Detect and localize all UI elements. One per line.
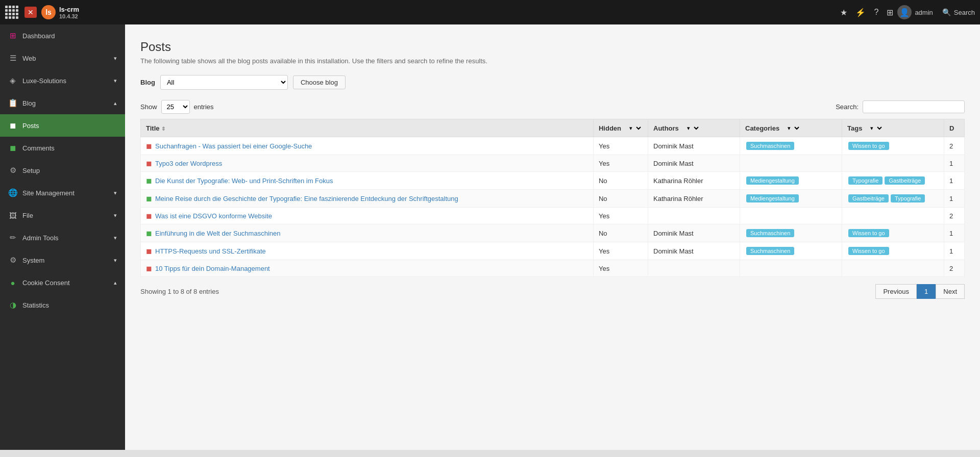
cell-title: ◼Suchanfragen - Was passiert bei einer G… xyxy=(141,137,594,155)
sidebar-item-label-luxe: Luxe-Solutions xyxy=(22,77,66,85)
cell-title: ◼Was ist eine DSGVO konforme Website xyxy=(141,208,594,224)
cookie-icon: ● xyxy=(8,278,17,287)
sidebar-item-setup[interactable]: ⚙ Setup xyxy=(0,159,125,182)
search-label: Search: xyxy=(836,103,859,111)
pagination: Showing 1 to 8 of 8 entries Previous 1 N… xyxy=(140,284,965,299)
sidebar-item-site-management[interactable]: 🌐 Site Management ▾ xyxy=(0,182,125,204)
col-title[interactable]: Title xyxy=(141,119,594,137)
blog-icon: 📋 xyxy=(8,98,17,108)
sidebar-item-file[interactable]: 🖼 File ▾ xyxy=(0,204,125,226)
post-link[interactable]: ◼Was ist eine DSGVO konforme Website xyxy=(146,212,588,220)
table-header: Title Hidden ▾ Authors ▾ xyxy=(141,119,965,137)
grid-icon[interactable] xyxy=(5,6,18,19)
cell-d: 1 xyxy=(944,242,965,260)
sidebar-item-posts[interactable]: ◼ Posts xyxy=(0,114,125,137)
setup-icon: ⚙ xyxy=(8,166,17,175)
sidebar-item-label-file: File xyxy=(22,212,33,219)
category-badge: Suchmaschinen xyxy=(746,229,794,237)
tag-badge: Wissen to go xyxy=(848,229,889,237)
next-button[interactable]: Next xyxy=(936,284,965,299)
tag-badge: Typografie xyxy=(848,176,883,185)
horizontal-scrollbar[interactable] xyxy=(0,450,980,457)
cell-categories: Suchmaschinen xyxy=(740,224,842,242)
post-link[interactable]: ◼Die Kunst der Typografie: Web- und Prin… xyxy=(146,176,588,185)
blog-select[interactable]: All xyxy=(160,75,288,90)
post-link[interactable]: ◼Meine Reise durch die Geschichte der Ty… xyxy=(146,194,588,202)
sidebar-item-label-comments: Comments xyxy=(22,144,55,152)
hidden-filter-dropdown[interactable]: ▾ xyxy=(625,123,643,133)
close-icon[interactable]: ✕ xyxy=(24,7,37,18)
table-row: ◼10 Tipps für dein Domain-ManagementYes2 xyxy=(141,260,965,277)
sidebar-item-admin-tools[interactable]: ✏ Admin Tools ▾ xyxy=(0,226,125,249)
cell-title: ◼Einführung in die Welt der Suchmaschine… xyxy=(141,224,594,242)
chevron-blog: ▴ xyxy=(114,100,117,107)
category-badge: Mediengestaltung xyxy=(746,176,799,185)
cell-title: ◼10 Tipps für dein Domain-Management xyxy=(141,260,594,277)
post-link[interactable]: ◼10 Tipps für dein Domain-Management xyxy=(146,264,588,272)
show-label: Show xyxy=(140,103,157,111)
user-menu[interactable]: 👤 admin xyxy=(897,5,933,19)
question-icon[interactable]: ? xyxy=(874,8,878,17)
topnav: ✕ ls ls-crm 10.4.32 ★ ⚡ ? ⊞ 👤 admin 🔍 Se… xyxy=(0,0,980,24)
tag-badge: Wissen to go xyxy=(848,247,889,255)
topnav-search[interactable]: 🔍 Search xyxy=(942,8,975,16)
table-row: ◼Meine Reise durch die Geschichte der Ty… xyxy=(141,190,965,208)
cell-tags: Wissen to go xyxy=(842,137,944,155)
cell-categories: Mediengestaltung xyxy=(740,190,842,208)
post-link[interactable]: ◼Suchanfragen - Was passiert bei einer G… xyxy=(146,142,588,150)
cell-author: Katharina Röhler xyxy=(648,190,740,208)
star-icon[interactable]: ★ xyxy=(840,8,847,17)
sidebar-item-blog[interactable]: 📋 Blog ▴ xyxy=(0,92,125,114)
green-icon: ◼ xyxy=(146,229,152,237)
comments-icon: ◼ xyxy=(8,143,17,153)
choose-blog-button[interactable]: Choose blog xyxy=(293,75,346,89)
tags-filter-dropdown[interactable]: ▾ xyxy=(866,123,884,133)
col-hidden[interactable]: Hidden ▾ xyxy=(593,119,648,137)
page-title: Posts xyxy=(140,40,965,54)
sidebar-item-comments[interactable]: ◼ Comments xyxy=(0,137,125,159)
sidebar-item-dashboard[interactable]: ⊞ Dashboard xyxy=(0,24,125,47)
sidebar-item-web[interactable]: ☰ Web ▾ xyxy=(0,47,125,69)
show-entries-select[interactable]: 10 25 50 100 xyxy=(161,100,190,114)
topnav-icons: ★ ⚡ ? ⊞ xyxy=(840,8,893,17)
previous-button[interactable]: Previous xyxy=(875,284,917,299)
table-row: ◼HTTPS-Requests und SSL-ZertifikateYesDo… xyxy=(141,242,965,260)
app-name: ls-crm xyxy=(59,6,79,13)
authors-filter-dropdown[interactable]: ▾ xyxy=(683,123,700,133)
cell-categories xyxy=(740,155,842,172)
cell-hidden: Yes xyxy=(593,242,648,260)
post-link[interactable]: ◼HTTPS-Requests und SSL-Zertifikate xyxy=(146,247,588,255)
sidebar-item-label-blog: Blog xyxy=(22,99,36,107)
post-link[interactable]: ◼Einführung in die Welt der Suchmaschine… xyxy=(146,229,588,237)
table-row: ◼Typo3 oder WordpressYesDominik Mast1 xyxy=(141,155,965,172)
sidebar-item-system[interactable]: ⚙ System ▾ xyxy=(0,249,125,271)
col-categories[interactable]: Categories ▾ xyxy=(740,119,842,137)
table-icon[interactable]: ⊞ xyxy=(887,8,893,17)
sidebar-item-label-admin: Admin Tools xyxy=(22,234,59,242)
red-icon: ◼ xyxy=(146,264,152,272)
cell-categories xyxy=(740,208,842,224)
col-authors[interactable]: Authors ▾ xyxy=(648,119,740,137)
sidebar-item-label-statistics: Statistics xyxy=(22,301,49,309)
post-link[interactable]: ◼Typo3 oder Wordpress xyxy=(146,159,588,167)
admin-icon: ✏ xyxy=(8,233,17,242)
page-subtitle: The following table shows all the blog p… xyxy=(140,57,965,65)
categories-filter-dropdown[interactable]: ▾ xyxy=(783,123,801,133)
sidebar-item-cookie-consent[interactable]: ● Cookie Consent ▴ xyxy=(0,271,125,294)
table-search-input[interactable] xyxy=(863,100,965,113)
cell-tags: TypografieGastbeiträge xyxy=(842,172,944,190)
lightning-icon[interactable]: ⚡ xyxy=(855,8,866,17)
entries-label: entries xyxy=(194,103,214,111)
pagination-controls: Previous 1 Next xyxy=(875,284,965,299)
cell-d: 2 xyxy=(944,137,965,155)
sidebar-item-luxe[interactable]: ◈ Luxe-Solutions ▾ xyxy=(0,69,125,92)
pagination-info: Showing 1 to 8 of 8 entries xyxy=(140,288,219,295)
chevron-file: ▾ xyxy=(114,212,117,219)
col-tags[interactable]: Tags ▾ xyxy=(842,119,944,137)
cell-hidden: Yes xyxy=(593,260,648,277)
sidebar-item-statistics[interactable]: ◑ Statistics xyxy=(0,294,125,316)
search-icon: 🔍 xyxy=(942,8,951,16)
cell-hidden: No xyxy=(593,190,648,208)
page-1-button[interactable]: 1 xyxy=(917,284,936,299)
content-area: Posts The following table shows all the … xyxy=(125,24,980,450)
